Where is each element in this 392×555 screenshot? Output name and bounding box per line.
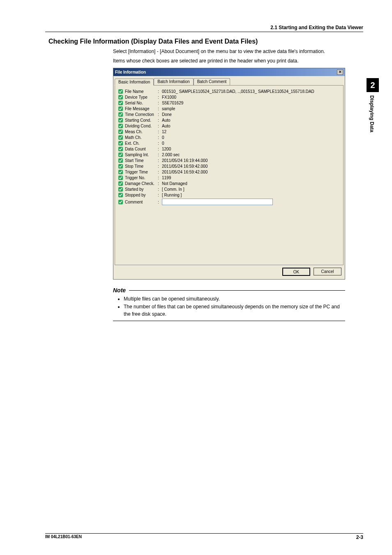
info-colon: :: [158, 101, 162, 105]
tab-batch-comment[interactable]: Batch Comment: [194, 78, 231, 85]
info-colon: :: [158, 176, 162, 180]
info-value: 2011/05/24 16:59:42.000: [162, 164, 340, 169]
info-colon: :: [158, 124, 162, 128]
info-label: Damage Check.: [125, 181, 158, 186]
info-value: Not Damaged: [162, 181, 340, 186]
info-value: 2011/05/24 16:59:42.000: [162, 170, 340, 174]
info-label: Dividing Cond.: [125, 124, 158, 128]
body-paragraph-2: Items whose check boxes are selected are…: [113, 57, 363, 65]
info-row: Trigger Time:2011/05/24 16:59:42.000: [118, 170, 340, 174]
info-checkbox[interactable]: [118, 124, 123, 128]
info-colon: :: [158, 164, 162, 169]
info-label: Trigger Time: [125, 170, 158, 174]
info-value: 1199: [162, 176, 340, 180]
footer-rule: [45, 533, 363, 534]
cancel-button[interactable]: Cancel: [314, 268, 341, 275]
info-value: 0: [162, 135, 340, 140]
info-colon: :: [158, 181, 162, 186]
info-value: FX1000: [162, 95, 340, 99]
info-label: Time Correction: [125, 112, 158, 117]
info-checkbox[interactable]: [118, 101, 123, 105]
ok-button[interactable]: OK: [282, 268, 310, 276]
info-value: 1200: [162, 147, 340, 151]
info-row: File Message:sample: [118, 106, 340, 111]
info-row: Time Correction:Done: [118, 112, 340, 117]
info-label: Started by: [125, 187, 158, 192]
info-checkbox[interactable]: [118, 106, 123, 111]
page-footer: IM 04L21B01-63EN 2-3: [45, 533, 363, 540]
info-checkbox[interactable]: [118, 158, 123, 163]
info-colon: :: [158, 193, 162, 197]
page-heading: Checking File Information (Display Data …: [48, 38, 363, 45]
info-colon: :: [158, 89, 162, 94]
info-value: Auto: [162, 124, 340, 128]
dialog-tabs-area: Basic Information Batch Information Batc…: [113, 76, 345, 265]
footer-page-number: 2-3: [356, 534, 363, 540]
info-row: Meas Ch.:12: [118, 130, 340, 134]
info-label: Sampling Int.: [125, 153, 158, 157]
tab-panel-basic: File Name:001510_ SAMPLE110524_152718.DA…: [115, 85, 344, 265]
info-row: Start Time:2011/05/24 16:19:44.000: [118, 158, 340, 163]
info-value: [ Comm. In ]: [162, 187, 340, 192]
info-colon: :: [158, 118, 162, 123]
info-colon: :: [158, 158, 162, 163]
info-row: Trigger No.:1199: [118, 176, 340, 180]
info-value: 12: [162, 130, 340, 134]
info-checkbox[interactable]: [118, 112, 123, 117]
info-checkbox[interactable]: [118, 141, 123, 146]
tab-batch-information[interactable]: Batch Information: [154, 78, 193, 85]
info-row: Device Type:FX1000: [118, 95, 340, 99]
info-value: 2.000 sec: [162, 153, 340, 157]
info-checkbox[interactable]: [118, 176, 123, 180]
tab-basic-information[interactable]: Basic Information: [115, 79, 154, 86]
info-checkbox[interactable]: [118, 193, 123, 197]
info-label: Ext. Ch.: [125, 141, 158, 146]
info-colon: :: [158, 95, 162, 99]
dialog-titlebar: File Information ✕: [113, 68, 345, 76]
info-value: Done: [162, 112, 340, 117]
info-value: sample: [162, 106, 340, 111]
info-colon: :: [158, 153, 162, 157]
info-label: Starting Cond.: [125, 118, 158, 123]
info-label: Serial No.: [125, 101, 158, 105]
info-checkbox[interactable]: [118, 89, 123, 94]
info-colon: :: [158, 187, 162, 192]
info-checkbox[interactable]: [118, 187, 123, 192]
info-row: Comment:: [118, 199, 340, 205]
section-header: 2.1 Starting and Exiting the Data Viewer: [45, 25, 363, 32]
note-list: Multiple files can be opened simultaneou…: [113, 295, 345, 318]
section-header-rule: 2.1 Starting and Exiting the Data Viewer: [45, 25, 363, 32]
info-checkbox[interactable]: [118, 130, 123, 134]
comment-input[interactable]: [162, 199, 273, 205]
dialog-tabrow: Basic Information Batch Information Batc…: [115, 78, 344, 86]
info-value: Auto: [162, 118, 340, 123]
info-checkbox[interactable]: [118, 147, 123, 151]
note-item: Multiple files can be opened simultaneou…: [124, 295, 345, 303]
info-row: Started by:[ Comm. In ]: [118, 187, 340, 192]
info-colon: :: [158, 141, 162, 146]
info-label: Comment: [125, 200, 158, 204]
info-label: File Message: [125, 106, 158, 111]
info-value: 0: [162, 141, 340, 146]
close-icon[interactable]: ✕: [337, 69, 343, 75]
note-item: The number of files that can be opened s…: [124, 303, 345, 318]
info-colon: :: [158, 112, 162, 117]
info-checkbox[interactable]: [118, 118, 123, 123]
info-label: Meas Ch.: [125, 130, 158, 134]
info-checkbox[interactable]: [118, 153, 123, 157]
info-row: Ext. Ch.:0: [118, 141, 340, 146]
note-bottom-line: [113, 321, 345, 321]
info-checkbox[interactable]: [118, 200, 123, 204]
info-checkbox[interactable]: [118, 135, 123, 140]
info-row: Stopped by:[ Running ]: [118, 193, 340, 197]
footer-manual-code: IM 04L21B01-63EN: [45, 534, 82, 540]
side-label: Displaying Data: [369, 95, 375, 132]
info-label: Device Type: [125, 95, 158, 99]
info-checkbox[interactable]: [118, 170, 123, 174]
info-checkbox[interactable]: [118, 181, 123, 186]
info-checkbox[interactable]: [118, 164, 123, 169]
info-checkbox[interactable]: [118, 95, 123, 99]
dialog-button-row: OK Cancel: [113, 265, 345, 279]
info-colon: :: [158, 200, 162, 204]
info-label: Data Count: [125, 147, 158, 151]
